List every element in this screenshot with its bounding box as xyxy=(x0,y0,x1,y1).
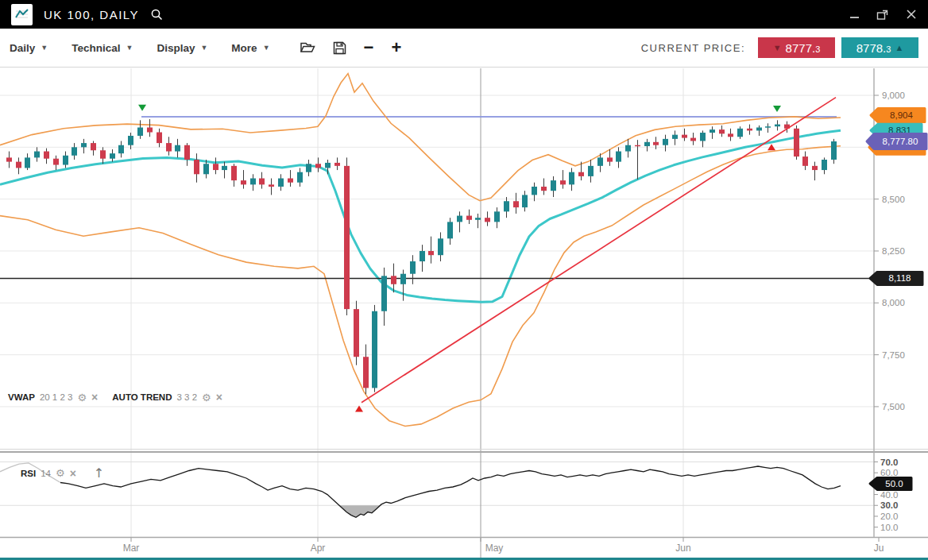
candle xyxy=(541,187,547,191)
technical-menu[interactable]: Technical▼ xyxy=(72,42,133,54)
candle xyxy=(466,216,472,220)
candle xyxy=(278,179,284,187)
candle xyxy=(110,153,115,159)
candle xyxy=(747,129,752,131)
chart-canvas[interactable]: 9,0008,5008,2508,0007,7507,50070.060.040… xyxy=(0,0,928,560)
candle xyxy=(381,276,387,311)
chevron-down-icon: ▼ xyxy=(41,44,48,52)
sell-marker-icon xyxy=(138,105,146,111)
rsi-params: 14 xyxy=(41,469,51,478)
restore-window-button[interactable] xyxy=(876,9,890,21)
candle xyxy=(194,160,199,174)
candle xyxy=(372,311,377,388)
arrow-down-icon: ▼ xyxy=(773,43,782,52)
bid-price-button[interactable]: ▼ 8777.3 xyxy=(758,37,835,58)
axis-label: 8,000 xyxy=(882,298,905,307)
ask-price-button[interactable]: 8778.3 ▲ xyxy=(841,37,918,58)
axis-label: 20.0 xyxy=(880,512,898,521)
axis-label: 30.0 xyxy=(880,500,898,510)
vwap-settings-gear-icon[interactable]: ⚙ xyxy=(77,392,87,403)
candle xyxy=(690,138,696,141)
candle xyxy=(288,179,293,183)
candle xyxy=(420,251,425,261)
indicator-labels: VWAP 20 1 2 3 ⚙ × AUTO TREND 3 3 2 ⚙ × xyxy=(8,392,222,403)
candle xyxy=(184,145,190,160)
candle xyxy=(644,142,650,146)
candle xyxy=(494,211,500,222)
rsi-line[interactable] xyxy=(60,466,841,517)
rsi-remove-icon[interactable]: × xyxy=(70,468,76,479)
search-icon[interactable] xyxy=(150,8,164,21)
candle xyxy=(315,164,321,168)
candle xyxy=(812,166,818,170)
candle xyxy=(447,222,453,238)
zoom-in-button[interactable]: + xyxy=(391,39,401,56)
auto-trend-line[interactable] xyxy=(362,98,836,403)
candle xyxy=(719,129,725,133)
vwap-lower-band-line[interactable] xyxy=(0,146,841,427)
minimize-button[interactable] xyxy=(849,9,860,20)
axis-label: Mar xyxy=(123,543,140,554)
axis-label: 7,500 xyxy=(882,402,905,411)
candle xyxy=(91,143,96,150)
axis-label: 8,250 xyxy=(882,246,905,256)
rsi-value-badge-text: 50.0 xyxy=(885,479,903,489)
candle xyxy=(157,133,162,144)
axis-label: May xyxy=(485,543,504,554)
candle xyxy=(635,145,640,147)
timeframe-menu[interactable]: Daily▼ xyxy=(10,42,48,54)
vwap-remove-icon[interactable]: × xyxy=(91,392,98,403)
save-icon[interactable] xyxy=(333,41,346,55)
candle xyxy=(137,128,143,136)
candle xyxy=(588,166,594,176)
display-menu[interactable]: Display▼ xyxy=(157,42,207,54)
axis-label: 40.0 xyxy=(880,490,898,500)
chart-title: UK 100, DAILY xyxy=(44,8,139,21)
arrow-up-icon: ▲ xyxy=(895,43,903,52)
candle xyxy=(241,180,246,184)
candle xyxy=(297,172,303,183)
vwap-upper-band-line[interactable] xyxy=(0,74,841,201)
open-folder-icon[interactable] xyxy=(300,41,315,54)
candle xyxy=(532,187,537,195)
auto-trend-settings-gear-icon[interactable]: ⚙ xyxy=(202,392,211,403)
price-badge-text: 8,118 xyxy=(889,273,911,283)
vwap-line[interactable] xyxy=(0,130,841,302)
panel-up-arrow-icon[interactable]: ↑ xyxy=(94,465,104,481)
auto-trend-params: 3 3 2 xyxy=(176,392,197,402)
auto-trend-label: AUTO TREND xyxy=(112,392,172,402)
candle xyxy=(765,126,771,128)
candle xyxy=(410,261,416,274)
candle xyxy=(363,357,369,388)
vwap-label: VWAP xyxy=(8,392,35,402)
vwap-params: 20 1 2 3 xyxy=(40,392,73,402)
close-icon[interactable] xyxy=(906,9,917,20)
auto-trend-remove-icon[interactable]: × xyxy=(216,392,222,403)
candle xyxy=(334,163,340,166)
more-menu[interactable]: More▼ xyxy=(231,42,269,54)
zoom-out-button[interactable]: − xyxy=(364,39,374,56)
title-bar: UK 100, DAILY xyxy=(0,0,928,29)
axis-label: Jun xyxy=(675,543,690,554)
candle xyxy=(710,129,715,133)
candle xyxy=(269,184,274,187)
signal-markers xyxy=(138,105,781,412)
candle xyxy=(400,274,406,284)
candle xyxy=(213,164,218,170)
candle xyxy=(63,156,68,165)
axis-label: 8,500 xyxy=(882,195,905,204)
candle xyxy=(34,152,40,158)
candle xyxy=(306,164,311,172)
candle xyxy=(457,216,462,222)
candle xyxy=(616,152,621,162)
chevron-down-icon: ▼ xyxy=(126,44,133,52)
candle xyxy=(522,195,528,207)
sell-marker-icon xyxy=(773,106,781,112)
candle xyxy=(728,133,733,137)
axis-label: 70.0 xyxy=(880,458,898,467)
rsi-settings-gear-icon[interactable]: ⚙ xyxy=(56,468,65,478)
axis-label: 60.0 xyxy=(880,468,898,477)
candle xyxy=(625,145,631,152)
candle xyxy=(551,180,556,191)
candle xyxy=(147,128,153,133)
